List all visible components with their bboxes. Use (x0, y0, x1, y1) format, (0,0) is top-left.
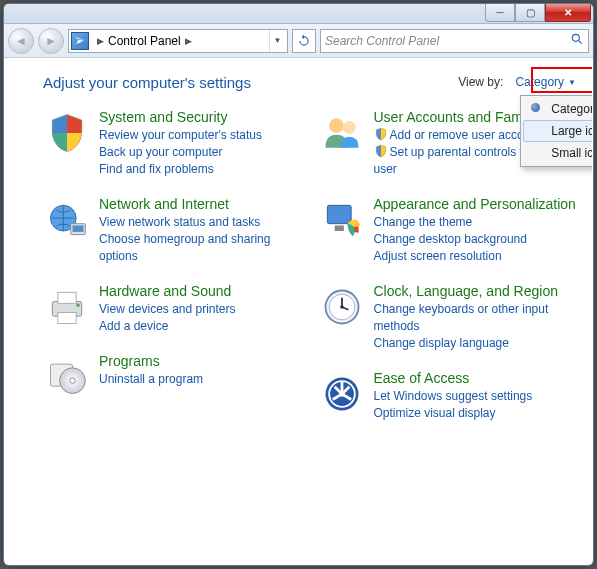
category-block: Clock, Language, and RegionChange keyboa… (318, 283, 583, 352)
svg-point-23 (339, 391, 345, 397)
svg-point-12 (329, 118, 344, 133)
category-task-link[interactable]: Uninstall a program (99, 371, 308, 388)
search-box[interactable]: Search Control Panel (320, 29, 589, 53)
category-task-link[interactable]: Let Windows suggest settings (374, 388, 583, 405)
category-title[interactable]: Appearance and Personalization (374, 196, 583, 212)
category-task-link[interactable]: Change desktop background (374, 231, 583, 248)
category-block: Network and InternetView network status … (43, 196, 308, 265)
breadcrumb-separator[interactable]: ▶ (185, 36, 192, 46)
breadcrumb-separator: ▶ (97, 36, 104, 46)
left-column: System and SecurityReview your computer'… (43, 109, 308, 440)
category-task-link[interactable]: Change the theme (374, 214, 583, 231)
search-placeholder: Search Control Panel (325, 34, 439, 48)
address-bar[interactable]: ⮚ ▶ Control Panel ▶ ▼ (68, 29, 288, 53)
category-task-link[interactable]: Find and fix problems (99, 161, 308, 178)
dropdown-item-label: Category (551, 102, 592, 116)
svg-rect-14 (327, 205, 351, 223)
category-icon (43, 353, 91, 401)
svg-rect-6 (58, 292, 76, 303)
control-panel-icon: ⮚ (71, 32, 89, 50)
category-task-link[interactable]: Optimize visual display (374, 405, 583, 422)
category-title[interactable]: Network and Internet (99, 196, 308, 212)
window: ─ ▢ ✕ ◄ ► ⮚ ▶ Control Panel ▶ ▼ Search C… (3, 3, 594, 566)
header-row: Adjust your computer's settings View by:… (43, 73, 582, 91)
view-by-control: View by: Category ▼ Category Large icons (458, 73, 582, 91)
dropdown-item-category[interactable]: Category (523, 98, 592, 120)
category-task-link[interactable]: Review your computer's status (99, 127, 308, 144)
chevron-down-icon: ▼ (568, 78, 576, 87)
dropdown-item-small-icons[interactable]: Small icons (523, 142, 592, 164)
titlebar: ─ ▢ ✕ (4, 4, 593, 24)
view-by-label: View by: (458, 75, 503, 89)
category-icon (43, 283, 91, 331)
category-task-link[interactable]: View network status and tasks (99, 214, 308, 231)
svg-point-8 (76, 303, 80, 307)
page-title: Adjust your computer's settings (43, 74, 251, 91)
category-task-link[interactable]: Add a device (99, 318, 308, 335)
category-task-link[interactable]: View devices and printers (99, 301, 308, 318)
category-icon (318, 283, 366, 331)
dropdown-item-large-icons[interactable]: Large icons (523, 120, 592, 142)
category-task-link[interactable]: Adjust screen resolution (374, 248, 583, 265)
category-icon (43, 109, 91, 157)
category-icon (318, 109, 366, 157)
dropdown-item-label: Large icons (551, 124, 592, 138)
refresh-icon (297, 34, 311, 48)
view-by-value: Category (515, 75, 564, 89)
search-icon[interactable] (570, 32, 584, 49)
category-title[interactable]: System and Security (99, 109, 308, 125)
view-by-dropdown-button[interactable]: Category ▼ (509, 73, 582, 91)
minimize-button[interactable]: ─ (485, 4, 515, 22)
category-icon (318, 370, 366, 418)
forward-button[interactable]: ► (38, 28, 64, 54)
close-button[interactable]: ✕ (545, 4, 591, 22)
category-task-link[interactable]: Change display language (374, 335, 583, 352)
category-block: Hardware and SoundView devices and print… (43, 283, 308, 335)
category-block: System and SecurityReview your computer'… (43, 109, 308, 178)
svg-line-1 (579, 41, 582, 44)
selected-bullet-icon (531, 103, 540, 112)
category-title[interactable]: Clock, Language, and Region (374, 283, 583, 299)
category-icon (318, 196, 366, 244)
category-columns: System and SecurityReview your computer'… (43, 109, 582, 440)
view-by-dropdown: Category Large icons Small icons (520, 95, 592, 167)
category-title[interactable]: Ease of Access (374, 370, 583, 386)
category-icon (43, 196, 91, 244)
nav-toolbar: ◄ ► ⮚ ▶ Control Panel ▶ ▼ Search Control… (4, 24, 593, 58)
dropdown-item-label: Small icons (551, 146, 592, 160)
category-task-link[interactable]: Back up your computer (99, 144, 308, 161)
address-dropdown-button[interactable]: ▼ (269, 30, 285, 52)
category-block: Appearance and PersonalizationChange the… (318, 196, 583, 265)
category-title[interactable]: Programs (99, 353, 308, 369)
category-task-link[interactable]: Change keyboards or other input methods (374, 301, 583, 335)
breadcrumb-location[interactable]: Control Panel (108, 34, 181, 48)
category-title[interactable]: Hardware and Sound (99, 283, 308, 299)
back-button[interactable]: ◄ (8, 28, 34, 54)
maximize-button[interactable]: ▢ (515, 4, 545, 22)
category-block: ProgramsUninstall a program (43, 353, 308, 401)
svg-rect-4 (73, 226, 84, 232)
svg-rect-15 (334, 226, 343, 232)
category-task-link[interactable]: Choose homegroup and sharing options (99, 231, 308, 265)
svg-point-13 (342, 121, 355, 134)
svg-point-11 (70, 378, 76, 384)
refresh-button[interactable] (292, 29, 316, 53)
svg-rect-7 (58, 313, 76, 324)
svg-point-20 (340, 305, 344, 309)
content-area: Adjust your computer's settings View by:… (5, 59, 592, 564)
category-block: Ease of AccessLet Windows suggest settin… (318, 370, 583, 422)
svg-point-0 (572, 34, 579, 41)
